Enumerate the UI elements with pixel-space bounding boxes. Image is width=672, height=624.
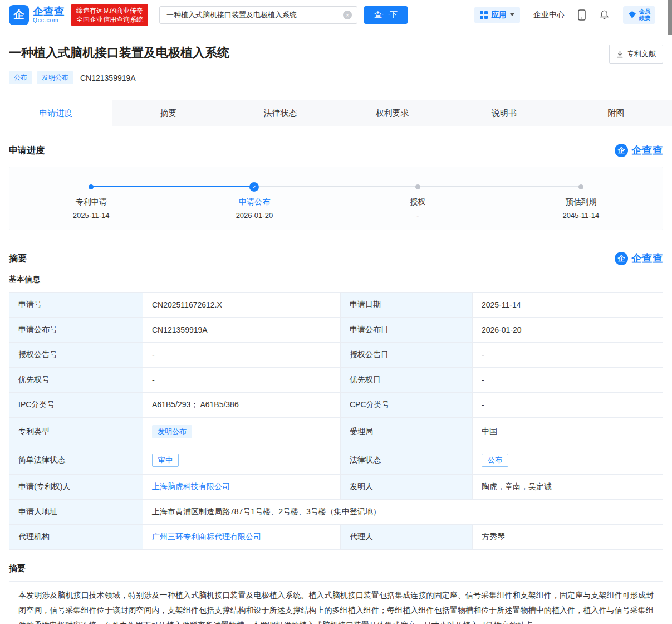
qcc-logo-text: 企查查 <box>33 6 65 17</box>
ipc-classification: A61B5/293； A61B5/386 <box>143 393 341 418</box>
abstract-heading: 摘要 <box>9 563 663 574</box>
table-row: 申请人地址 上海市黄浦区制造局路787号1号楼、2号楼、3号楼（集中登记地） <box>9 500 663 525</box>
receiving-office: 中国 <box>473 418 663 446</box>
slogan-line-1: 缔造有远见的商业传奇 <box>76 6 143 15</box>
application-number: CN202511672612.X <box>143 292 341 318</box>
top-navbar: 企 企查查 Qcc.com 缔造有远见的商业传奇 全国企业信用查询系统 × 查一… <box>0 0 672 30</box>
grant-date: - <box>473 343 663 368</box>
timeline-step-grant: 授权 - <box>336 182 499 220</box>
qcc-watermark: 企 企查查 <box>615 251 663 266</box>
table-row: 授权公告号 - 授权公告日 - <box>9 343 663 368</box>
simple-legal-status-badge: 审中 <box>152 454 179 467</box>
table-row: 优先权号 - 优先权日 - <box>9 368 663 393</box>
tab-description[interactable]: 说明书 <box>448 100 560 126</box>
qcc-logo-domain: Qcc.com <box>33 17 65 23</box>
timeline-dot-pending <box>578 184 583 189</box>
tab-drawings[interactable]: 附图 <box>560 100 672 126</box>
legal-status: 公布 <box>473 446 663 475</box>
qcc-watermark-icon: 企 <box>615 252 628 265</box>
basic-info-table: 申请号 CN202511672612.X 申请日期 2025-11-14 申请公… <box>9 292 663 550</box>
qcc-logo-icon: 企 <box>9 5 29 25</box>
qcc-logo[interactable]: 企 企查查 Qcc.com <box>9 5 65 25</box>
enterprise-center-link[interactable]: 企业中心 <box>533 10 565 20</box>
title-tags: 公布 发明公布 CN121359919A <box>9 71 663 84</box>
slogan-line-2: 全国企业信用查询系统 <box>76 15 143 24</box>
publication-number-cell: CN121359919A <box>143 318 341 343</box>
mobile-app-button[interactable] <box>578 9 586 21</box>
agency-link[interactable]: 广州三环专利商标代理有限公司 <box>152 532 261 541</box>
publication-number: CN121359919A <box>80 74 136 82</box>
tab-bar: 申请进度 摘要 法律状态 权利要求 说明书 附图 <box>0 100 672 126</box>
priority-number: - <box>143 368 341 393</box>
slogan-banner: 缔造有远见的商业传奇 全国企业信用查询系统 <box>71 4 148 26</box>
tab-summary[interactable]: 摘要 <box>112 100 224 126</box>
agency: 广州三环专利商标代理有限公司 <box>143 525 341 550</box>
status-badge-invention-publication: 发明公布 <box>37 71 73 84</box>
agent: 方秀琴 <box>473 525 663 550</box>
scrollbar-thumb[interactable] <box>668 0 672 35</box>
inventors: 陶虎，章南，吴定诚 <box>473 475 663 500</box>
patent-document-button[interactable]: 专利文献 <box>609 45 663 64</box>
timeline-step-expiry: 预估到期 2045-11-14 <box>499 182 663 220</box>
notifications-button[interactable] <box>599 9 610 20</box>
timeline-dot-pending <box>415 184 420 189</box>
member-renew-button[interactable]: 会员 续费 <box>623 6 655 24</box>
table-row: 申请(专利权)人 上海脑虎科技有限公司 发明人 陶虎，章南，吴定诚 <box>9 475 663 500</box>
table-row: 专利类型 发明公布 受理局 中国 <box>9 418 663 446</box>
table-row: 申请公布号 CN121359919A 申请公布日 2026-01-20 <box>9 318 663 343</box>
tab-legal-status[interactable]: 法律状态 <box>224 100 336 126</box>
bell-icon <box>599 9 610 20</box>
title-row: 一种植入式脑机接口装置及电极植入系统 专利文献 <box>9 45 663 64</box>
grant-number: - <box>143 343 341 368</box>
tab-application-progress[interactable]: 申请进度 <box>0 100 112 126</box>
qcc-watermark: 企 企查查 <box>615 143 663 158</box>
apps-menu-button[interactable]: 应用 <box>474 7 520 23</box>
application-date: 2025-11-14 <box>473 292 663 318</box>
table-row: IPC分类号 A61B5/293； A61B5/386 CPC分类号 - <box>9 393 663 418</box>
qcc-watermark-icon: 企 <box>615 144 628 157</box>
legal-status-badge: 公布 <box>482 454 508 467</box>
applicant: 上海脑虎科技有限公司 <box>143 475 341 500</box>
navbar-right: 应用 企业中心 <box>474 6 655 24</box>
timeline-step-publication: ✓ 申请公布 2026-01-20 <box>173 182 336 220</box>
table-row: 申请号 CN202511672612.X 申请日期 2025-11-14 <box>9 292 663 318</box>
tab-claims[interactable]: 权利要求 <box>336 100 448 126</box>
patent-type: 发明公布 <box>143 418 341 446</box>
status-badge-publication: 公布 <box>9 71 32 84</box>
progress-timeline-card: 专利申请 2025-11-14 ✓ 申请公布 2026-01-20 授权 - 预… <box>9 167 663 230</box>
cpc-classification: - <box>473 393 663 418</box>
search-bar: × <box>159 6 357 24</box>
scrollbar-track[interactable] <box>668 0 672 624</box>
apps-menu-label: 应用 <box>491 10 507 20</box>
table-row: 代理机构 广州三环专利商标代理有限公司 代理人 方秀琴 <box>9 525 663 550</box>
summary-section-title: 摘要 <box>9 253 27 265</box>
applicant-link[interactable]: 上海脑虎科技有限公司 <box>152 482 230 491</box>
search-input[interactable] <box>159 6 357 24</box>
simple-legal-status: 审中 <box>143 446 341 475</box>
member-renew-label: 会员 续费 <box>639 8 650 22</box>
patent-type-badge: 发明公布 <box>152 425 192 438</box>
basic-info-heading: 基本信息 <box>9 275 663 285</box>
progress-section-title: 申请进度 <box>9 145 45 157</box>
download-icon <box>616 51 624 58</box>
search-button[interactable]: 查一下 <box>364 6 408 24</box>
table-row: 简单法律状态 审中 法律状态 公布 <box>9 446 663 475</box>
applicant-address: 上海市黄浦区制造局路787号1号楼、2号楼、3号楼（集中登记地） <box>143 500 663 525</box>
priority-date: - <box>473 368 663 393</box>
publication-date: 2026-01-20 <box>473 318 663 343</box>
abstract-text: 本发明涉及脑机接口技术领域，特别涉及一种植入式脑机接口装置及电极植入系统。植入式… <box>9 581 663 624</box>
summary-section-header: 摘要 企 企查查 <box>9 251 663 266</box>
apps-grid-icon <box>480 11 488 19</box>
mobile-icon <box>578 9 586 21</box>
clear-search-icon[interactable]: × <box>343 11 352 20</box>
patent-document-label: 专利文献 <box>627 49 656 59</box>
timeline-dot-done <box>89 184 94 189</box>
page-title: 一种植入式脑机接口装置及电极植入系统 <box>9 45 229 61</box>
chevron-down-icon <box>510 13 514 16</box>
progress-section-header: 申请进度 企 企查查 <box>9 143 663 158</box>
member-gem-icon <box>628 11 636 19</box>
timeline-step-filing: 专利申请 2025-11-14 <box>9 182 173 220</box>
check-icon: ✓ <box>249 182 259 192</box>
